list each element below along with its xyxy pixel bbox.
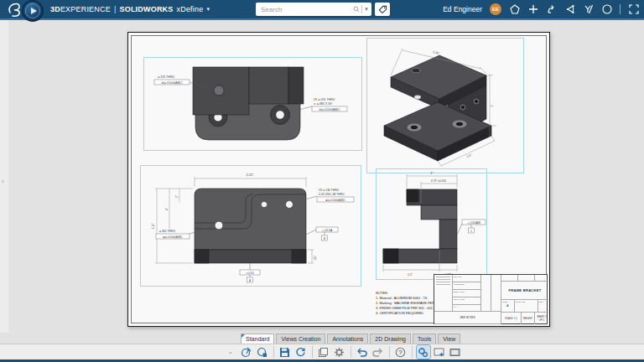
fcf-text: ⊥|.010|A|B <box>467 221 480 225</box>
avatar[interactable]: EE <box>490 3 501 15</box>
toolbar-collapse-icon[interactable]: ⌄ <box>228 349 233 355</box>
dimension-text: ∨ ⌀.385 X 90° <box>314 102 333 106</box>
ribbon-tab[interactable]: Annotations <box>327 334 368 344</box>
3dcompass-widget[interactable] <box>22 0 44 22</box>
new-window-icon[interactable] <box>433 345 446 359</box>
dimension-text: ⌀.191 THRU <box>158 75 174 79</box>
search-box[interactable]: ▼ <box>256 3 371 16</box>
add-icon[interactable] <box>527 4 538 15</box>
dimension-text: .4" <box>165 208 169 211</box>
dimension-text: 4-32 UNC-2B THRU <box>319 193 345 196</box>
search-icon[interactable] <box>353 5 360 13</box>
drawing-sheet[interactable]: ⌀.191 THRU ⊕|⌀.010Ⓜ|A|B|C 2X ⌀.201 THRU … <box>127 32 550 327</box>
help-icon[interactable]: ? <box>394 345 408 359</box>
user-name[interactable]: Ed Engineer <box>443 5 482 13</box>
ribbon-tab[interactable]: View <box>438 334 460 344</box>
datum-text: B <box>324 237 325 240</box>
title-block: DRAWN CHECKED ENG APPR. MFG APPR. Q.A. S… <box>434 274 548 324</box>
apps-icon[interactable] <box>583 4 594 15</box>
app-title: 3DEXPERIENCE | SOLIDWORKS xDefine ▾ <box>50 0 210 18</box>
dimension-text: 1.5" <box>408 273 413 277</box>
settings-gear-icon[interactable] <box>333 345 346 359</box>
material-cell: SEE NOTES <box>434 312 501 324</box>
drawing-view-isometric[interactable]: 2.25" 1" 1.5" <box>366 38 524 173</box>
fullscreen-icon[interactable] <box>628 4 639 15</box>
redo-icon[interactable] <box>371 345 385 359</box>
dimension-text: 1.5" <box>152 223 155 229</box>
reload-icon[interactable] <box>294 345 308 359</box>
chevron-down-icon[interactable]: ▾ <box>206 6 210 13</box>
ribbon-tabs-row: Standard Views Creation Annotations 2D D… <box>0 333 644 344</box>
dimension-text: 2.25" <box>433 50 441 55</box>
top-bar: 3DEXPERIENCE | SOLIDWORKS xDefine ▾ ▼ Ed… <box>0 0 644 18</box>
dimension-text: 2X ⌀.201 THRU <box>314 98 335 101</box>
dimension-text: 1" <box>491 104 494 107</box>
dimension-text: ⌀.332 THRU <box>159 230 175 233</box>
marker-icon[interactable] <box>509 4 520 15</box>
drawing-view-top[interactable]: ⌀.191 THRU ⊕|⌀.010Ⓜ|A|B|C 2X ⌀.201 THRU … <box>143 57 362 151</box>
dimension-text: 2.25" <box>246 173 254 177</box>
ribbon-tab[interactable]: Standard <box>241 334 274 344</box>
search-options-chevron-icon[interactable]: ▼ <box>364 7 369 12</box>
dimension-text: 1" <box>430 172 434 175</box>
fcf-text: ⊥|.010|A <box>322 229 334 232</box>
ribbon-tab[interactable]: 2D Drawing <box>370 334 411 344</box>
drawing-view-side[interactable]: 1" 0.73" ±0.005 ⊥|.010|A|B C 1.5" 0.25" <box>376 168 487 280</box>
fcf-text: ⊕|⌀.010Ⓜ|A|B|C <box>163 235 184 239</box>
share-icon[interactable] <box>546 4 557 15</box>
drawing-canvas[interactable]: › ⌀.191 THRU ⊕|⌀.0 <box>0 20 644 333</box>
save-icon[interactable] <box>278 345 292 359</box>
dimension-text: 0.73" ±0.005 <box>431 179 446 183</box>
ribbon-tab[interactable]: Tools <box>413 334 436 344</box>
title-cell: FRAME BRACKET <box>501 282 548 300</box>
display-options-icon[interactable] <box>417 345 430 359</box>
drawing-view-front[interactable]: 2.25" 1.5" .4" .2" .25" 2X ⌀.136 THRU 4-… <box>140 165 361 287</box>
search-input[interactable] <box>261 6 353 13</box>
undo-icon[interactable] <box>356 345 369 359</box>
dimension-text: .25" <box>314 256 317 261</box>
branch-icon[interactable] <box>256 345 269 359</box>
dimension-text: .2" <box>175 195 179 199</box>
fcf-text: ▱|.010 <box>246 272 254 275</box>
tag-icon <box>378 5 387 14</box>
help-icon[interactable]: ? <box>601 4 612 15</box>
fcf-text: ⊕|⌀.010Ⓜ|A|B|C <box>161 81 183 85</box>
sheet-setup-icon[interactable] <box>317 345 330 359</box>
panel-expander-icon[interactable]: › <box>2 178 4 185</box>
app-name: xDefine <box>176 5 203 13</box>
top-bar-accent <box>0 18 644 20</box>
svg-text:?: ? <box>399 349 403 356</box>
fcf-text: ⊕|⌀.014Ⓜ|A|B|C <box>325 199 346 202</box>
tag-button[interactable] <box>375 3 390 16</box>
dimension-text: 2X ⌀.136 THRU <box>319 189 340 192</box>
bottom-toolbar: ⌄ ? <box>0 344 644 359</box>
version-icon[interactable] <box>240 345 253 359</box>
screen-preview-icon[interactable] <box>449 345 462 359</box>
side-panel-rail: › <box>0 20 8 333</box>
ribbon-tab[interactable]: Views Creation <box>276 334 325 344</box>
fcf-text: ⊕|⌀.014Ⓜ|A|B|C <box>319 108 340 111</box>
collaborate-icon[interactable] <box>564 4 575 15</box>
svg-text:?: ? <box>605 6 608 13</box>
